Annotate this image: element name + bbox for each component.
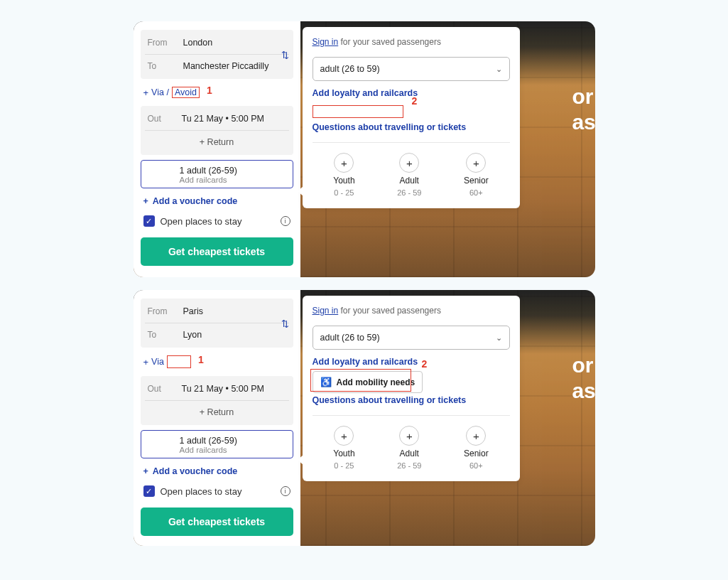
popover-arrow-icon	[298, 455, 303, 465]
age-range: 26 - 59	[397, 461, 421, 470]
add-passenger-button[interactable]: +	[334, 153, 354, 173]
age-group: +Senior60+	[464, 426, 489, 470]
avoid-button-highlight: Avoid	[172, 87, 200, 98]
via-text: Via /	[151, 87, 169, 97]
annotation-2: 2	[412, 95, 418, 107]
out-row[interactable]: OutTu 21 May • 5:00 PM	[145, 107, 289, 130]
age-label: Adult	[400, 449, 419, 458]
out-label: Out	[148, 114, 173, 124]
age-group: +Senior60+	[464, 153, 489, 197]
location-box: FromParisToLyon⇅	[141, 299, 293, 348]
get-cheapest-button[interactable]: Get cheapest tickets	[141, 508, 293, 536]
annotation-2-highlight	[313, 105, 403, 118]
add-passenger-button[interactable]: +	[399, 426, 419, 446]
via-avoid-link[interactable]: +Via1	[141, 353, 293, 371]
signin-prompt: Sign in for your saved passengers	[313, 306, 510, 316]
passenger-type-select[interactable]: adult (26 to 59)⌄	[313, 326, 510, 350]
plus-icon: +	[143, 357, 149, 367]
signin-prompt: Sign in for your saved passengers	[313, 37, 510, 47]
add-railcards-hint: Add railcards	[180, 176, 288, 184]
open-places-row: ✓Open places to stayi	[141, 214, 293, 228]
swap-icon[interactable]: ⇅	[281, 318, 289, 328]
open-places-checkbox-group[interactable]: ✓Open places to stay	[143, 215, 242, 227]
via-text: Via	[151, 357, 164, 367]
age-range: 60+	[469, 461, 483, 470]
age-group: +Youth0 - 25	[333, 153, 354, 197]
signin-text: for your saved passengers	[338, 37, 441, 47]
checkbox-icon[interactable]: ✓	[143, 215, 155, 227]
avoid-missing-highlight	[167, 355, 191, 368]
plus-icon: +	[143, 466, 148, 476]
checkbox-icon[interactable]: ✓	[143, 485, 155, 497]
add-passenger-button[interactable]: +	[399, 153, 419, 173]
search-card: FromParisToLyon⇅+Via1OutTu 21 May • 5:00…	[134, 290, 595, 546]
age-label: Senior	[464, 176, 489, 186]
age-range: 26 - 59	[397, 188, 421, 197]
out-value: Tu 21 May • 5:00 PM	[182, 114, 264, 124]
age-groups: +Youth0 - 25+Adult26 - 59+Senior60+	[313, 415, 510, 470]
add-loyalty-link[interactable]: Add loyalty and railcards	[313, 357, 510, 367]
out-row[interactable]: OutTu 21 May • 5:00 PM	[145, 377, 289, 400]
add-passenger-button[interactable]: +	[334, 426, 354, 446]
out-value: Tu 21 May • 5:00 PM	[182, 384, 264, 394]
return-text: + Return	[200, 407, 234, 417]
select-value: adult (26 to 59)	[320, 64, 380, 74]
sign-in-link[interactable]: Sign in	[313, 37, 339, 47]
voucher-label: Add a voucher code	[153, 466, 237, 476]
to-row[interactable]: ToManchester Piccadilly	[145, 54, 289, 77]
open-places-checkbox-group[interactable]: ✓Open places to stay	[143, 485, 242, 497]
to-row[interactable]: ToLyon	[145, 323, 289, 346]
open-places-row: ✓Open places to stayi	[141, 484, 293, 498]
passenger-type-select[interactable]: adult (26 to 59)⌄	[313, 57, 510, 81]
add-loyalty-link[interactable]: Add loyalty and railcards	[313, 88, 510, 98]
out-label: Out	[148, 384, 173, 394]
age-groups: +Youth0 - 25+Adult26 - 59+Senior60+	[313, 142, 510, 197]
add-passenger-button[interactable]: +	[466, 153, 486, 173]
plus-icon: +	[143, 87, 149, 98]
via-avoid-link[interactable]: +Via /Avoid1	[141, 84, 293, 101]
return-row[interactable]: + Return	[145, 130, 289, 154]
age-label: Youth	[333, 449, 354, 458]
open-places-label: Open places to stay	[161, 486, 242, 497]
mobility-row-wrap: 2	[313, 102, 510, 118]
age-group: +Adult26 - 59	[397, 426, 421, 470]
annotation-1: 1	[207, 85, 212, 96]
faq-link[interactable]: Questions about travelling or tickets	[313, 395, 510, 405]
get-cheapest-button[interactable]: Get cheapest tickets	[141, 237, 293, 266]
open-places-label: Open places to stay	[161, 216, 242, 227]
annotation-2-highlight	[310, 369, 411, 392]
from-row[interactable]: FromParis	[145, 300, 289, 323]
loyalty-label: Add loyalty and railcards	[313, 357, 418, 367]
loyalty-label: Add loyalty and railcards	[313, 88, 418, 98]
search-form: FromParisToLyon⇅+Via1OutTu 21 May • 5:00…	[134, 290, 300, 546]
info-icon[interactable]: i	[281, 216, 290, 226]
to-label: To	[148, 61, 176, 71]
passenger-selector[interactable]: 1 adult (26-59)Add railcards	[141, 160, 293, 188]
sign-in-link[interactable]: Sign in	[313, 306, 339, 316]
search-card: FromLondonToManchester Piccadilly⇅+Via /…	[134, 21, 595, 277]
faq-link[interactable]: Questions about travelling or tickets	[313, 122, 510, 132]
annotation-2: 2	[422, 358, 428, 370]
from-row[interactable]: FromLondon	[145, 31, 289, 54]
add-passenger-button[interactable]: +	[466, 426, 486, 446]
plus-icon: +	[143, 196, 148, 206]
from-value: London	[183, 38, 213, 48]
passenger-summary: 1 adult (26-59)	[180, 436, 288, 446]
from-value: Paris	[183, 306, 203, 316]
age-group: +Youth0 - 25	[333, 426, 354, 470]
age-group: +Adult26 - 59	[397, 153, 421, 197]
comparison-panel: orasyFromLondonToManchester Piccadilly⇅+…	[134, 21, 595, 277]
add-voucher-link[interactable]: +Add a voucher code	[141, 193, 293, 209]
return-row[interactable]: + Return	[145, 400, 289, 424]
from-label: From	[148, 306, 176, 316]
age-range: 0 - 25	[334, 461, 354, 470]
comparison-panel: orasyFromParisToLyon⇅+Via1OutTu 21 May •…	[134, 290, 595, 546]
to-label: To	[148, 330, 176, 340]
passenger-summary: 1 adult (26-59)	[180, 166, 288, 176]
signin-text: for your saved passengers	[338, 306, 441, 316]
info-icon[interactable]: i	[281, 486, 290, 496]
add-voucher-link[interactable]: +Add a voucher code	[141, 463, 293, 479]
chevron-down-icon: ⌄	[496, 333, 502, 343]
passenger-selector[interactable]: 1 adult (26-59)Add railcards	[141, 430, 293, 458]
swap-icon[interactable]: ⇅	[281, 49, 289, 60]
